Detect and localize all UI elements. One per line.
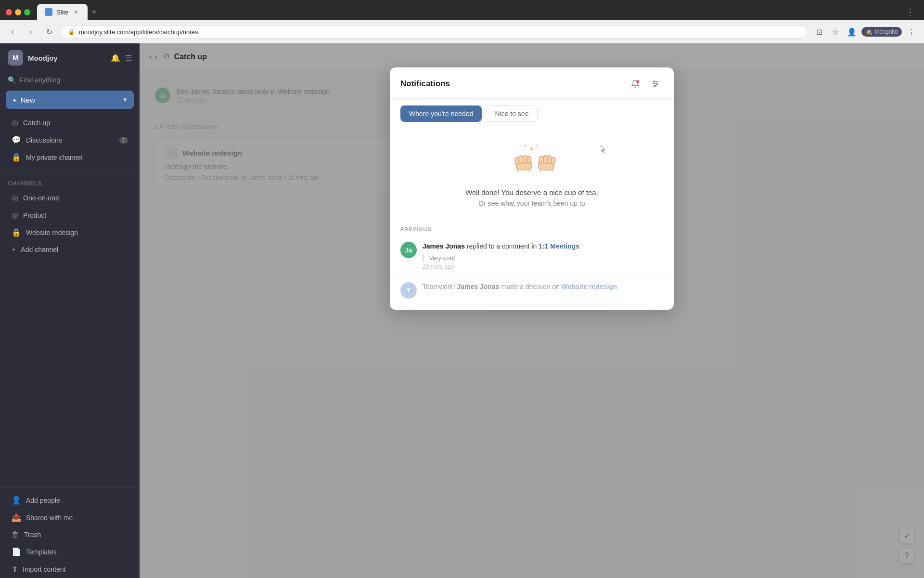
notif-quote-1: Very cool [423,254,663,262]
sidebar-nav-section: ◎ Catch up 💬 Discussions 1 🔒 My private … [0,112,140,168]
sidebar-item-website-label: Website redesign [26,229,78,236]
website-lock-icon: 🔒 [12,228,21,237]
tab-where-needed[interactable]: Where you're needed [400,105,482,122]
notif-action-2: made a decision on [501,283,561,290]
channels-section: Channels ◎ One-on-one ◎ Product 🔒 Websit… [0,176,140,258]
svg-rect-10 [523,156,527,164]
sidebar-item-product[interactable]: ◎ Product [4,207,136,223]
new-btn-plus: + [13,96,17,104]
shared-icon: 📥 [12,513,21,522]
notification-bell-btn[interactable] [628,76,643,92]
sidebar-item-add-people-label: Add people [26,497,60,504]
notif-link-1[interactable]: 1:1 Meetings [539,242,579,250]
notification-item-2[interactable]: T Teamwork! James Jonas made a decision … [390,276,674,305]
back-button[interactable]: ‹ [6,25,19,39]
svg-rect-18 [539,157,543,164]
svg-rect-11 [527,157,531,164]
sidebar-item-import[interactable]: ⬆ Import content [4,561,136,578]
forward-button[interactable]: › [24,25,38,39]
tab-favicon [45,8,52,16]
browser-controls [6,9,30,15]
product-icon: ◎ [12,210,18,220]
sidebar-search[interactable]: 🔍 Find anything [0,72,140,88]
tab-nice-to-see[interactable]: Nice to see [486,105,538,122]
browser-more-icon[interactable]: ⋮ [905,25,918,39]
add-channel-icon: + [12,245,16,254]
svg-text:✦: ✦ [535,143,538,147]
sidebar-divider [0,172,140,172]
notifications-modal: Notifications [390,67,674,310]
sidebar-item-website[interactable]: 🔒 Website redesign [4,224,136,241]
reload-button[interactable]: ↻ [42,25,56,39]
notification-item-1[interactable]: Ja James Jonas replied to a comment in 1… [390,236,674,276]
notif-avatar-1: Ja [400,242,417,258]
incognito-label: Incognito [874,28,898,35]
address-bar[interactable]: 🔒 moodjoy.slite.com/app/filters/catchup/… [61,26,808,39]
sidebar-item-private[interactable]: 🔒 My private channel [4,149,136,166]
browser-tab-active[interactable]: Slite ✕ [37,4,88,20]
notif-action-1: replied to a comment in [467,242,539,250]
sidebar-item-one-on-one-label: One-on-one [23,194,59,202]
new-btn-arrow-icon: ▾ [123,95,127,104]
modal-previous-section: PREVIOUS Ja James Jonas replied to a com… [390,222,674,310]
new-tab-button[interactable]: + [91,7,97,17]
profile-icon[interactable]: 👤 [845,25,859,39]
empty-state-subtitle: Or see what your team's been up to [478,199,585,207]
notifications-bell-icon[interactable]: 🔔 [111,53,120,63]
notif-link-2[interactable]: Website redesign [562,283,617,290]
discussions-badge: 1 [119,137,128,144]
address-url: moodjoy.slite.com/app/filters/catchup/no… [79,28,198,36]
notif-content-1: James Jonas replied to a comment in 1:1 … [423,242,663,270]
svg-point-4 [654,81,655,82]
maximize-browser-btn[interactable] [24,9,30,15]
import-icon: ⬆ [12,565,18,574]
empty-illustration: ✦ ✦ ✦ [505,141,558,180]
workspace-initial: M [13,54,18,62]
tab-close-btn[interactable]: ✕ [72,8,80,16]
sidebar-item-catchup[interactable]: ◎ Catch up [4,114,136,131]
close-browser-btn[interactable] [6,9,12,15]
app-layout: M Moodjoy 🔔 ☰ 🔍 Find anything + New ▾ ◎ … [0,43,924,578]
sidebar-item-trash-label: Trash [24,531,41,539]
svg-rect-8 [515,158,519,165]
bookmark-icon[interactable]: ☆ [829,25,842,39]
browser-chrome: Slite ✕ + ⋮ ‹ › ↻ 🔒 moodjoy.slite.com/ap… [0,0,924,43]
workspace-name: Moodjoy [28,54,106,62]
incognito-badge: 🕵 Incognito [861,27,902,37]
sidebar-header: M Moodjoy 🔔 ☰ [0,43,140,72]
sidebar-item-templates-label: Templates [26,548,57,556]
sidebar-item-trash[interactable]: 🗑 Trash [4,526,136,543]
one-on-one-icon: ◎ [12,193,18,202]
search-icon: 🔍 [8,76,16,84]
modal-title: Notifications [400,79,450,89]
templates-icon: 📄 [12,547,21,556]
trash-icon: 🗑 [12,530,19,539]
minimize-browser-btn[interactable] [15,9,21,15]
sidebar-item-private-label: My private channel [26,154,83,161]
notif-text-1: James Jonas replied to a comment in 1:1 … [423,242,663,251]
sidebar-item-one-on-one[interactable]: ◎ One-on-one [4,189,136,206]
catchup-icon: ◎ [12,118,18,127]
new-button[interactable]: + New ▾ [6,91,134,109]
sidebar-item-import-label: Import content [23,565,66,573]
sidebar-item-add-channel[interactable]: + Add channel [4,241,136,258]
sidebar-collapse-icon[interactable]: ☰ [125,53,132,63]
modal-header-actions [628,76,663,92]
notif-text-2: Teamwork! James Jonas made a decision on… [423,282,663,292]
sidebar: M Moodjoy 🔔 ☰ 🔍 Find anything + New ▾ ◎ … [0,43,140,578]
sidebar-item-templates[interactable]: 📄 Templates [4,543,136,560]
notification-settings-btn[interactable] [648,76,663,92]
cast-icon[interactable]: ⊡ [812,25,826,39]
sidebar-item-add-people[interactable]: 👤 Add people [4,492,136,509]
empty-state-title: Well done! You deserve a nice cup of tea… [465,188,598,197]
svg-rect-15 [551,158,555,165]
sidebar-item-shared[interactable]: 📥 Shared with me [4,509,136,526]
sidebar-item-discussions[interactable]: 💬 Discussions 1 [4,131,136,148]
sidebar-header-icons: 🔔 ☰ [111,53,132,63]
svg-point-0 [636,80,639,83]
notif-content-2: Teamwork! James Jonas made a decision on… [423,282,663,292]
lock-icon: 🔒 [68,28,75,35]
tab-where-needed-label: Where you're needed [409,110,473,118]
svg-rect-16 [547,156,551,164]
sidebar-item-product-label: Product [23,211,46,219]
